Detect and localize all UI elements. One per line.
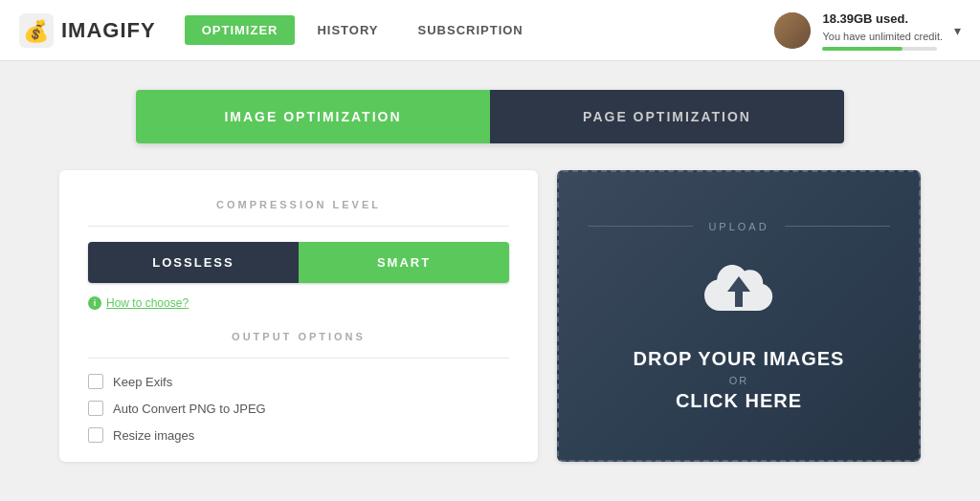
header-left: 💰 IMAGIFY OPTIMIZER HISTORY SUBSCRIPTION (19, 13, 541, 48)
how-to-choose-link[interactable]: i How to choose? (88, 296, 509, 310)
cloud-upload-icon (701, 261, 777, 327)
info-icon: i (88, 296, 101, 310)
divider-output (88, 358, 509, 359)
nav: OPTIMIZER HISTORY SUBSCRIPTION (185, 15, 541, 45)
toggle-lossless[interactable]: LOSSLESS (88, 242, 299, 283)
checkbox-resize-box[interactable] (88, 427, 103, 443)
checkbox-auto-convert[interactable]: Auto Convert PNG to JPEG (88, 401, 509, 416)
content-area: COMPRESSION LEVEL LOSSLESS SMART i How t… (59, 170, 921, 462)
header-right: 18.39GB used. You have unlimited credit.… (774, 10, 961, 51)
avatar (774, 12, 811, 49)
drop-main-text: DROP YOUR IMAGES (634, 346, 845, 371)
checkbox-keep-exifs[interactable]: Keep Exifs (88, 374, 509, 389)
divider-compression (88, 226, 509, 227)
checkbox-group: Keep Exifs Auto Convert PNG to JPEG Resi… (88, 374, 509, 443)
checkbox-auto-convert-box[interactable] (88, 401, 103, 416)
compression-label: COMPRESSION LEVEL (88, 199, 509, 210)
tab-bar: IMAGE OPTIMIZATION PAGE OPTIMIZATION (136, 90, 844, 143)
nav-history[interactable]: HISTORY (300, 15, 395, 45)
usage-info: 18.39GB used. You have unlimited credit. (822, 10, 943, 51)
upload-line-left (588, 226, 693, 227)
usage-bar-fill (822, 47, 902, 51)
drop-text: DROP YOUR IMAGES OR CLICK HERE (634, 346, 845, 412)
account-dropdown-button[interactable]: ▾ (954, 23, 961, 38)
credit-text: You have unlimited credit. (822, 29, 943, 45)
header: 💰 IMAGIFY OPTIMIZER HISTORY SUBSCRIPTION… (0, 0, 980, 61)
left-panel: COMPRESSION LEVEL LOSSLESS SMART i How t… (59, 170, 538, 462)
toggle-smart[interactable]: SMART (299, 242, 509, 283)
logo: 💰 IMAGIFY (19, 13, 156, 48)
logo-text: IMAGIFY (61, 18, 156, 43)
checkbox-resize-label: Resize images (113, 428, 194, 443)
svg-text:💰: 💰 (23, 18, 50, 44)
avatar-image (774, 12, 811, 49)
how-to-choose-text: How to choose? (106, 296, 189, 310)
drop-click-text: CLICK HERE (634, 390, 845, 412)
usage-bar (822, 47, 937, 51)
upload-panel[interactable]: UPLOAD DROP YOUR IMAGES OR CLICK HERE (557, 170, 921, 462)
upload-line-right (785, 226, 890, 227)
tab-page-optimization[interactable]: PAGE OPTIMIZATION (490, 90, 844, 143)
nav-subscription[interactable]: SUBSCRIPTION (401, 15, 541, 45)
drop-or-text: OR (634, 375, 845, 386)
checkbox-keep-exifs-box[interactable] (88, 374, 103, 389)
checkbox-auto-convert-label: Auto Convert PNG to JPEG (113, 402, 266, 416)
gb-used-text: 18.39GB used. (822, 10, 943, 29)
logo-icon: 💰 (19, 13, 54, 48)
nav-optimizer[interactable]: OPTIMIZER (185, 15, 296, 45)
output-label: OUTPUT OPTIONS (88, 331, 509, 342)
upload-label: UPLOAD (708, 221, 768, 232)
upload-label-row: UPLOAD (588, 221, 890, 232)
tab-image-optimization[interactable]: IMAGE OPTIMIZATION (136, 90, 490, 143)
checkbox-keep-exifs-label: Keep Exifs (113, 375, 172, 389)
main-content: IMAGE OPTIMIZATION PAGE OPTIMIZATION COM… (0, 61, 980, 490)
checkbox-resize[interactable]: Resize images (88, 427, 509, 443)
compression-toggle: LOSSLESS SMART (88, 242, 509, 283)
